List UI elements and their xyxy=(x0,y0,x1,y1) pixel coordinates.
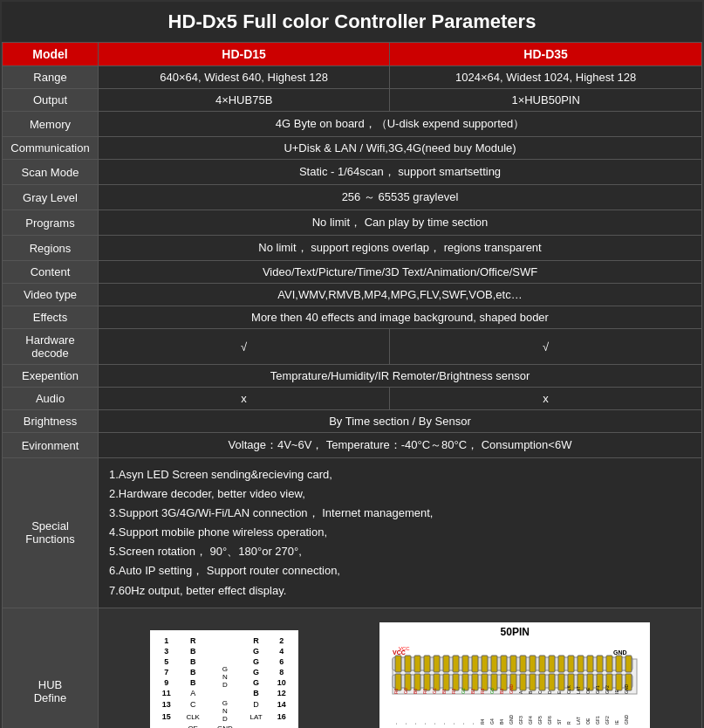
svg-text:-: - xyxy=(403,723,408,725)
row-label: Range xyxy=(3,66,99,89)
pin-num: 1 xyxy=(155,635,178,646)
svg-rect-3 xyxy=(395,656,401,672)
pin-signal: B xyxy=(178,677,208,688)
row-hd35: 1×HUB50PIN xyxy=(390,89,702,112)
pin-signal: OE xyxy=(178,724,208,728)
svg-text:GF1: GF1 xyxy=(595,685,600,694)
svg-rect-32 xyxy=(434,674,440,690)
table-row: Effects More then 40 effects and image b… xyxy=(3,306,702,329)
row-hd15: 4×HUB75B xyxy=(99,89,390,112)
table-row: Communication U+Disk & LAN / Wifi,3G,4G(… xyxy=(3,137,702,160)
table-row: Regions No limit， support regions overla… xyxy=(3,236,702,261)
row-label: Evironment xyxy=(3,433,99,458)
svg-rect-11 xyxy=(472,656,478,672)
row-value: Temprature/Humidity/IR Remoter/Brightnes… xyxy=(99,365,702,388)
pin-signal: B xyxy=(242,688,270,698)
svg-rect-29 xyxy=(405,674,411,690)
svg-text:LAT: LAT xyxy=(576,686,581,694)
table-row: Memory 4G Byte on board，（U-disk expend s… xyxy=(3,112,702,137)
svg-rect-10 xyxy=(462,656,468,672)
pin-empty xyxy=(242,724,270,728)
row-label: Gray Level xyxy=(3,185,99,210)
svg-rect-21 xyxy=(568,656,574,672)
svg-rect-38 xyxy=(491,674,497,690)
table-row: Content Video/Text/Picture/Time/3D Text/… xyxy=(3,261,702,284)
svg-rect-24 xyxy=(597,656,603,672)
svg-text:B0: B0 xyxy=(413,688,418,693)
gnd-label-top: GND xyxy=(613,649,627,656)
pin-signal: R xyxy=(178,635,208,646)
special-function-item: 4.Support mobile phone wireless operatio… xyxy=(109,523,691,542)
pin-signal: GND xyxy=(208,724,243,728)
row-label: Regions xyxy=(3,236,99,261)
pin-signal: A xyxy=(178,688,208,698)
svg-rect-17 xyxy=(530,656,536,672)
special-function-item: 3.Support 3G/4G/Wi-Fi/LAN connection， In… xyxy=(109,504,691,523)
svg-text:-: - xyxy=(413,723,418,725)
hub-define-row: HUB Define 1 R R 2 xyxy=(3,608,702,728)
row-value: Video/Text/Picture/Time/3D Text/Animatio… xyxy=(99,261,702,284)
svg-text:-: - xyxy=(422,723,427,725)
pin-signal: LAT xyxy=(242,711,270,724)
main-container: HD-Dx5 Full color Controller Parameters … xyxy=(0,0,704,728)
svg-text:GF1: GF1 xyxy=(595,716,600,725)
table-row: Exepention Temprature/Humidity/IR Remote… xyxy=(3,365,702,388)
svg-rect-9 xyxy=(453,656,459,672)
table-row: Gray Level 256 ～ 65535 graylevel xyxy=(3,185,702,210)
row-hd15: x xyxy=(99,388,390,410)
svg-rect-39 xyxy=(501,674,507,690)
svg-text:B1: B1 xyxy=(441,688,447,693)
svg-text:G3: G3 xyxy=(489,688,495,694)
pin-signal: B xyxy=(178,656,208,667)
svg-rect-14 xyxy=(501,656,507,672)
pin-signal: G xyxy=(242,646,270,656)
svg-text:OE: OE xyxy=(585,687,591,694)
svg-text:LAT: LAT xyxy=(576,717,581,725)
row-value: AVI,WMV,RMVB,MP4,MPG,FLV,SWF,VOB,etc… xyxy=(99,284,702,306)
svg-rect-45 xyxy=(558,674,564,690)
hub-define-label: HUB Define xyxy=(3,608,99,728)
svg-rect-8 xyxy=(443,656,449,672)
svg-rect-27 xyxy=(625,656,632,672)
pin-num: 8 xyxy=(270,667,293,677)
pin-signal: R xyxy=(242,635,270,646)
svg-rect-42 xyxy=(530,674,536,690)
svg-rect-34 xyxy=(453,674,459,690)
svg-text:R0: R0 xyxy=(393,688,399,694)
svg-text:C: C xyxy=(537,690,543,694)
svg-text:D: D xyxy=(547,690,552,694)
row-value: Voltage：4V~6V， Temperature：-40°C～80°C， C… xyxy=(99,433,702,458)
pin-signal: D xyxy=(242,698,270,711)
gnd2-label: GND xyxy=(208,698,243,724)
table-header-row: Model HD-D15 HD-D35 xyxy=(3,43,702,66)
row-hd15: 640×64, Widest 640, Highest 128 xyxy=(99,66,390,89)
svg-text:-: - xyxy=(451,723,456,725)
svg-rect-28 xyxy=(395,674,401,690)
svg-rect-12 xyxy=(482,656,488,672)
pin-num: 3 xyxy=(155,646,178,656)
row-label: Brightness xyxy=(3,410,99,433)
svg-text:CLK: CLK xyxy=(566,684,571,693)
hub50-svg: VCC /* rendered below */ xyxy=(383,642,646,728)
svg-rect-37 xyxy=(482,674,488,690)
row-label: Scan Mode xyxy=(3,160,99,185)
page-title: HD-Dx5 Full color Controller Parameters xyxy=(2,2,702,42)
svg-text:ST: ST xyxy=(557,718,562,724)
svg-rect-18 xyxy=(539,656,545,672)
pin-num: 10 xyxy=(270,677,293,688)
svg-text:G1: G1 xyxy=(432,688,437,694)
svg-text:R1: R1 xyxy=(422,688,427,694)
row-value: Static - 1/64scan， support smartsetting xyxy=(99,160,702,185)
pin-empty xyxy=(155,724,178,728)
svg-text:GF2: GF2 xyxy=(605,716,610,725)
pin-num: 12 xyxy=(270,688,293,698)
pin-signal: C xyxy=(178,698,208,711)
table-row: Scan Mode Static - 1/64scan， support sma… xyxy=(3,160,702,185)
pin-signal: B xyxy=(178,667,208,677)
svg-text:R3: R3 xyxy=(480,688,485,694)
svg-rect-31 xyxy=(424,674,430,690)
row-hd35: 1024×64, Widest 1024, Highest 128 xyxy=(390,66,702,89)
pin-signal: G xyxy=(242,677,270,688)
pin-mid xyxy=(208,646,243,656)
row-label: Exepention xyxy=(3,365,99,388)
